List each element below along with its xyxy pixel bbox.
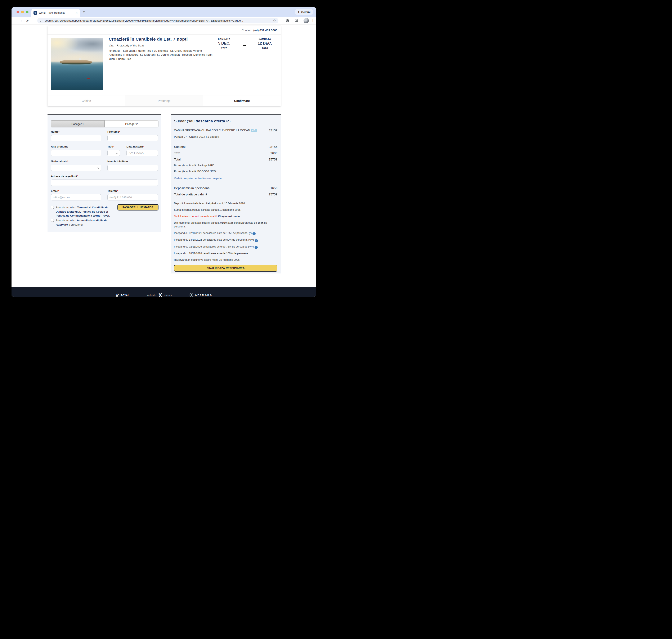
data-nasterii-input[interactable] <box>126 150 158 156</box>
reload-icon[interactable]: ⟳ <box>24 19 30 22</box>
consent-booking-text: Sunt de acord cu termenii și condițiile … <box>56 218 118 227</box>
azamara-logo: ✛ AZAMARA <box>190 293 212 297</box>
gemini-button[interactable]: ✦ Gemini <box>295 9 313 15</box>
alte-prenume-input[interactable] <box>51 150 101 156</box>
island-graphic <box>60 60 92 64</box>
itinerary-label: Itinerariu: <box>109 49 120 52</box>
maximize-window-button[interactable] <box>26 11 29 13</box>
passenger-tabs: Pasager 1 Pasager 2 <box>51 120 158 127</box>
gemini-star-icon: ✦ <box>297 11 300 14</box>
deposit-row: Deposit minim / persoană165€ <box>174 186 277 190</box>
titlu-select[interactable] <box>107 150 120 156</box>
consent-terms-checkbox[interactable] <box>51 206 54 209</box>
cruise-title: Croazieră în Caraibele de Est, 7 nopți <box>109 36 214 42</box>
email-input[interactable] <box>51 194 101 200</box>
royal-caribbean-logo: ♛ ROYAL <box>115 293 129 297</box>
tab-title: World Travel România <box>39 11 74 14</box>
toolbar-divider <box>292 19 292 22</box>
telefon-label: Telefon* <box>107 189 118 192</box>
adresa-label: Adresa de reședință* <box>51 175 78 178</box>
tab-preferinte[interactable]: Preferințe <box>125 95 203 106</box>
read-more-link[interactable]: Citește mai multe <box>218 215 240 218</box>
taxes-row: Taxe260€ <box>174 151 277 155</box>
subtotal-row: Subtotal2315€ <box>174 145 277 149</box>
bookmark-star-icon[interactable]: ☆ <box>273 19 276 22</box>
tab-pasager-1[interactable]: Pasager 1 <box>51 120 105 127</box>
forward-icon[interactable]: → <box>18 19 24 22</box>
option-expiry-note: Rezervarea în opțiune va expira marți, 1… <box>174 258 277 262</box>
boat-graphic <box>87 78 90 79</box>
profile-avatar[interactable] <box>304 18 309 23</box>
tab-pasager-2[interactable]: Pasager 2 <box>105 120 158 127</box>
guest-prices-link[interactable]: Vedeți prețurile pentru fiecare oaspete <box>174 176 222 180</box>
ship-line: Vas: Rhapsody of the Seas <box>109 44 214 48</box>
penalty-line: Incepand cu 02/10/2026 penalizarea este … <box>174 231 277 235</box>
departure-day: SÂMBĂTĂ <box>213 38 236 40</box>
cabin-price: 2315€ <box>269 128 277 133</box>
data-nasterii-label: Data nașterii* <box>126 145 144 148</box>
penalty-line: Incepand cu 02/11/2026 penalizarea este … <box>174 245 277 249</box>
telefon-input[interactable] <box>107 194 158 200</box>
site-settings-icon[interactable] <box>40 19 43 22</box>
alte-prenume-label: Alte prenume <box>51 145 68 148</box>
tab-cabine[interactable]: Cabine <box>47 95 125 106</box>
page-viewport: Contact: (+4) 031 403 5060 Croazieră în … <box>12 25 316 287</box>
info-icon[interactable]: ! <box>253 232 256 235</box>
booking-steps: Cabine Preferințe Confirmare <box>47 95 281 106</box>
cabin-category-badge: 4B <box>251 129 257 132</box>
numar-loialitate-label: Număr loialitate <box>107 160 128 163</box>
browser-menu-icon[interactable]: ⋮ <box>311 19 315 22</box>
tab-search-icon[interactable] <box>295 19 298 22</box>
back-icon[interactable]: ← <box>12 19 18 22</box>
browser-toolbar: ← → ⟳ search.rccl.ro/booking/deposit?dep… <box>12 17 316 25</box>
cruise-brand-logos: ♛ ROYAL Celebrity X Cruises ✛ AZAMARA <box>115 293 212 297</box>
nume-label: Nume* <box>51 130 59 133</box>
titlu-label: Titlu* <box>107 145 114 148</box>
full-payment-note: Suma integrală trebuie achitată până la … <box>174 208 277 212</box>
numar-loialitate-input[interactable] <box>107 165 158 171</box>
nationalitate-label: Naționalitate* <box>51 160 68 163</box>
info-icon[interactable]: ! <box>255 239 258 242</box>
arrival-date: SÂMBĂTĂ 12 DEC. 2026 <box>253 38 277 50</box>
cruise-header-card: Contact: (+4) 031 403 5060 Croazieră în … <box>47 26 281 106</box>
cabin-total-row: Total de plată pe cabină2575€ <box>174 192 277 196</box>
tab-close-icon[interactable]: × <box>75 11 78 15</box>
nationalitate-select[interactable] <box>51 165 101 171</box>
chevron-down-icon <box>97 167 100 169</box>
arrival-day: SÂMBĂTĂ <box>253 38 277 40</box>
new-tab-button[interactable]: + <box>83 10 85 14</box>
prenume-input[interactable] <box>107 135 158 141</box>
itinerary-text: San Juan, Puerto Rico | St. Thomas | St.… <box>109 49 213 61</box>
ship-label: Vas: <box>109 44 114 47</box>
chevron-down-icon <box>116 152 118 154</box>
minimize-window-button[interactable] <box>21 11 24 13</box>
consent-terms-row: Sunt de acord cu Termenii și Condițiile … <box>51 205 118 218</box>
url-text[interactable]: search.rccl.ro/booking/deposit?departure… <box>45 19 271 22</box>
nonrefundable-note: Tariful este cu depozit nerambursabil. C… <box>174 215 277 218</box>
passenger-form-panel: Pasager 1 Pasager 2 Nume* Prenume* Alte … <box>47 114 161 232</box>
site-favicon-icon: ♛ <box>33 11 37 15</box>
browser-tab[interactable]: ♛ World Travel România × <box>31 9 80 17</box>
close-window-button[interactable] <box>17 11 19 13</box>
contact-phone-link[interactable]: (+4) 031 403 5060 <box>253 29 277 32</box>
consent-booking-checkbox[interactable] <box>51 219 54 222</box>
promo-savings: Promoție aplicată: Savings NRD <box>174 164 277 167</box>
arrival-year: 2026 <box>253 47 277 50</box>
finalize-booking-button[interactable]: FINALIZEAZĂ REZERVAREA <box>174 265 277 271</box>
adresa-input[interactable] <box>51 180 158 186</box>
gemini-label: Gemini <box>301 11 310 14</box>
extensions-icon[interactable] <box>286 19 290 22</box>
penalty-line: Incepand cu 18/11/2026 penalizarea este … <box>174 251 277 255</box>
window-controls[interactable] <box>17 11 29 13</box>
info-icon[interactable]: ! <box>255 246 258 249</box>
nume-input[interactable] <box>51 135 101 141</box>
celebrity-x-icon: X <box>158 293 162 297</box>
download-offer-link[interactable]: descarcă oferta <box>196 119 225 123</box>
summary-title: Sumar (sau descarcă oferta ) <box>174 119 277 124</box>
tab-confirmare[interactable]: Confirmare <box>203 95 281 106</box>
external-link-icon[interactable] <box>226 119 229 124</box>
promo-bogo: Promoție aplicată: BOGO60 NRD <box>174 170 277 173</box>
next-passenger-button[interactable]: PASAGERUL URMĂTOR <box>118 204 158 211</box>
deposit-deadline-note: Depozitul minim trebuie achitat până mar… <box>174 202 277 205</box>
url-bar[interactable]: search.rccl.ro/booking/deposit?departure… <box>37 18 278 24</box>
